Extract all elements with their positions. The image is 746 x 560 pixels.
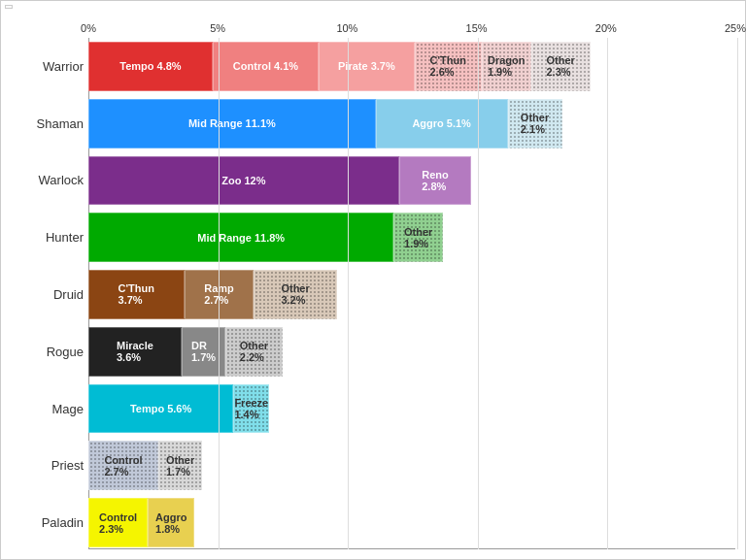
bar-segment: Other2.1%	[508, 99, 562, 148]
bar-segment: Tempo 5.6%	[88, 384, 233, 434]
row-label: Mage	[1, 402, 84, 416]
bar-segment: Other2.3%	[531, 42, 591, 91]
bar-segment: C'Thun2.6%	[415, 42, 482, 91]
row-label: Priest	[1, 458, 84, 473]
bar-segment: Freeze1.4%	[233, 384, 269, 434]
bar-segment: Aggro 5.1%	[376, 99, 508, 148]
bar-segment: Tempo 4.8%	[88, 42, 213, 91]
row-label: Paladin	[1, 515, 84, 530]
x-gridline	[219, 38, 220, 549]
x-tick: 20%	[595, 22, 617, 34]
bar-segment: Control2.3%	[88, 498, 148, 547]
x-gridline	[737, 38, 738, 549]
row-label: Shaman	[1, 116, 84, 131]
row-label: Druid	[1, 287, 84, 302]
bar-segment: Miracle3.6%	[88, 327, 182, 377]
x-tick: 25%	[725, 22, 746, 34]
x-gridline	[478, 38, 479, 549]
bar-segment: Control2.7%	[88, 441, 158, 490]
bar-segment: Control 4.1%	[213, 42, 319, 91]
chart-row: HunterMid Range 11.8%Other1.9%	[88, 213, 735, 262]
bar-segment: Aggro1.8%	[148, 498, 194, 547]
chart-row: RogueMiracle3.6%DR1.7%Other2.2%	[88, 327, 735, 377]
x-tick: 5%	[210, 22, 225, 34]
bar-segment: Zoo 12%	[88, 156, 399, 206]
x-tick: 0%	[81, 22, 96, 34]
chart-row: DruidC'Thun3.7%Ramp2.7%Other3.2%	[88, 270, 735, 319]
bar-segment: Mid Range 11.1%	[88, 99, 376, 148]
chart-row: MageTempo 5.6%Freeze1.4%	[88, 384, 735, 434]
row-label: Hunter	[1, 230, 84, 245]
bar-segment: Dragon1.9%	[482, 42, 531, 91]
x-gridline	[348, 38, 349, 549]
bars-area: WarriorTempo 4.8%Control 4.1%Pirate 3.7%…	[88, 38, 735, 549]
bar-segment: Other1.9%	[393, 213, 443, 262]
chart-row: WarriorTempo 4.8%Control 4.1%Pirate 3.7%…	[88, 42, 735, 91]
row-label: Warrior	[1, 59, 84, 74]
bar-segment: Other1.7%	[158, 441, 202, 490]
x-tick: 10%	[336, 22, 357, 34]
chart-row: PaladinControl2.3%Aggro1.8%	[88, 498, 735, 547]
bar-segment: Reno2.8%	[399, 156, 472, 206]
chart-row: ShamanMid Range 11.1%Aggro 5.1%Other2.1%	[88, 99, 735, 148]
x-tick: 15%	[466, 22, 488, 34]
bar-segment: Other3.2%	[254, 270, 336, 319]
chart-row: PriestControl2.7%Other1.7%	[88, 441, 735, 490]
row-label: Rogue	[1, 345, 84, 359]
row-label: Warlock	[1, 173, 84, 187]
chart-row: WarlockZoo 12%Reno2.8%	[88, 156, 735, 206]
bar-segment: C'Thun3.7%	[88, 270, 185, 319]
x-gridline	[607, 38, 608, 549]
chart-container: 0%5%10%15%20%25% WarriorTempo 4.8%Contro…	[0, 0, 746, 560]
chart-area-label	[5, 5, 13, 9]
bar-segment: Pirate 3.7%	[319, 42, 415, 91]
bar-segment: Other2.2%	[225, 327, 283, 377]
x-axis: 0%5%10%15%20%25%	[88, 18, 735, 38]
